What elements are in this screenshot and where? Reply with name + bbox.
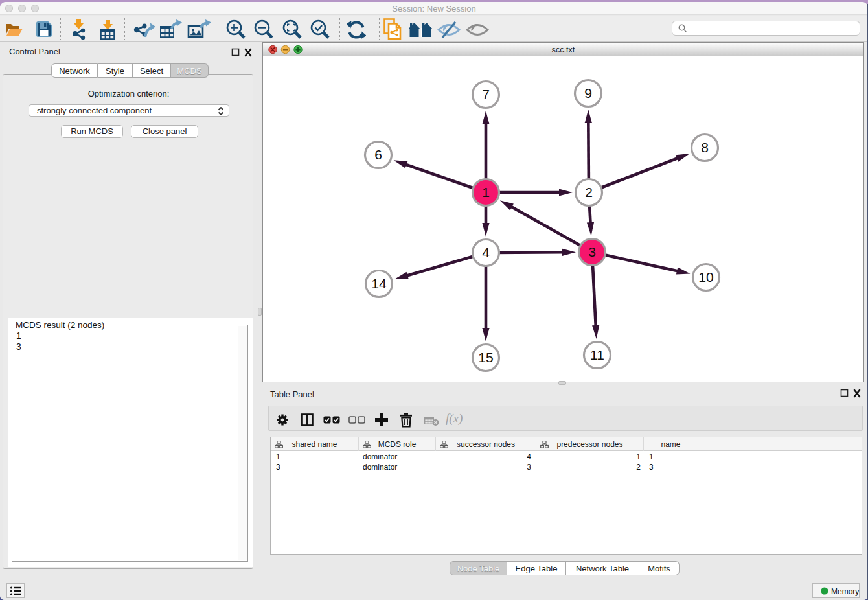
- svg-text:7: 7: [482, 87, 490, 102]
- svg-text:10: 10: [698, 270, 713, 284]
- svg-text:9: 9: [584, 86, 592, 100]
- svg-text:3: 3: [588, 244, 596, 259]
- svg-text:8: 8: [701, 140, 709, 155]
- svg-text:2: 2: [585, 185, 593, 200]
- svg-text:4: 4: [482, 245, 490, 260]
- svg-text:6: 6: [374, 147, 382, 162]
- svg-text:1: 1: [482, 185, 490, 200]
- svg-text:11: 11: [590, 347, 604, 362]
- svg-text:15: 15: [478, 350, 493, 365]
- svg-text:14: 14: [371, 276, 387, 291]
